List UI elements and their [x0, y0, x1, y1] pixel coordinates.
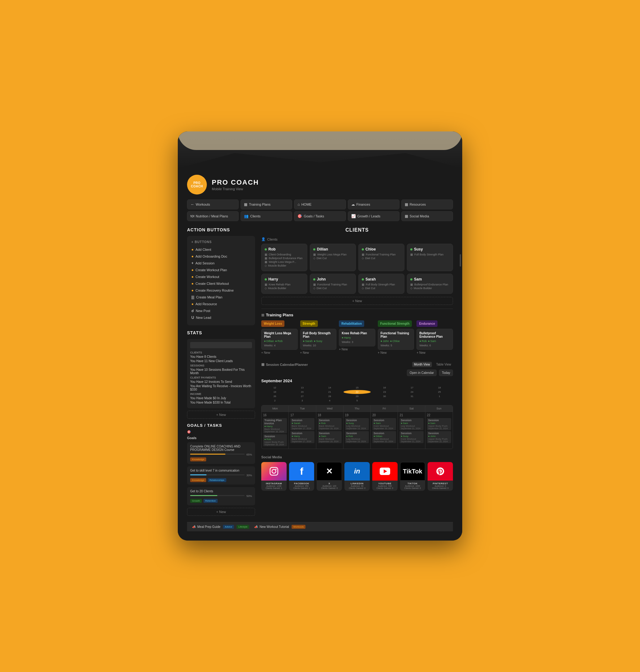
cal-event[interactable]: Session ● Susy Core Workout September 21…: [399, 431, 423, 443]
client-card-chloe[interactable]: Chloe ▦Functional Training Plan ◇Diet Cu…: [358, 244, 404, 271]
cal-event[interactable]: Session ● Sam Upper Body Push September …: [427, 418, 451, 430]
notif-icon-1: 📣: [192, 525, 196, 529]
cal-event[interactable]: Session ● Sarah Back Workout September 1…: [290, 418, 314, 430]
workouts-icon: ↔: [190, 202, 194, 206]
goal-item-1: Complete ONLINE COACHING AND PROGRAMME D…: [187, 442, 255, 464]
stats-add-new[interactable]: + New: [187, 411, 255, 419]
goals-add-new[interactable]: + New: [187, 508, 255, 516]
action-create-meal-plan[interactable]: ||| Create Meal Plan: [191, 294, 251, 301]
social-x[interactable]: ✕ X Audience: 120 Clients Gained: 0: [317, 462, 342, 491]
create-plan-icon: ●: [191, 268, 193, 272]
tp-card-functional[interactable]: Functional Training Plan ● John ● Chloe …: [378, 329, 414, 350]
cal-event[interactable]: Session ● Rob Back Workout September 18,…: [318, 418, 341, 430]
client-card-sarah[interactable]: Sarah ▦Full Body Strength Plan ◇Diet Cut: [358, 274, 404, 294]
goal-tag-retention: Retention: [203, 499, 218, 503]
linkedin-audience: Audience: 90: [346, 485, 368, 487]
nav-workouts[interactable]: ↔ Workouts: [187, 199, 239, 209]
nav-clients[interactable]: 👥 Clients: [241, 211, 292, 221]
nav-growth[interactable]: 📈 Growth / Leads: [348, 211, 399, 221]
social-youtube[interactable]: YOUTUBE Audience: 530 Clients Gained: 0: [372, 462, 397, 491]
tp-add-new-4[interactable]: + New: [417, 350, 453, 356]
training-plans-title: Training Plans: [266, 313, 293, 317]
cal-event[interactable]: Session ● Dillian Core Workout September…: [372, 431, 396, 443]
cal-cell-17: 17 Session ● Sarah Back Workout Septembe…: [289, 412, 316, 449]
client-card-susy[interactable]: Susy ▦Full Body Strength Plan: [407, 244, 453, 271]
goal-text-3: Get to 20 Clients: [190, 489, 252, 493]
facebook-icon: f: [289, 462, 315, 481]
social-linkedin[interactable]: in LINKEDIN Audience: 90 Clients Gained:…: [345, 462, 370, 491]
tiktok-icon: TikTok: [400, 462, 425, 481]
action-create-workout-plan[interactable]: ● Create Workout Plan: [191, 267, 251, 273]
x-audience: Audience: 120: [318, 485, 340, 487]
plus-icon: +: [191, 240, 193, 244]
social-tiktok[interactable]: TikTok TIKTOK Audience: 1000 Clients Gai…: [400, 462, 425, 491]
client-card-rob[interactable]: Rob ▦Client Onboarding ▦Bulletproof Endu…: [261, 244, 307, 271]
nav-goals[interactable]: 🎯 Goals / Tasks: [294, 211, 346, 221]
tp-add-new-3[interactable]: + New: [378, 350, 414, 356]
action-create-workout[interactable]: ● Create Workout: [191, 273, 251, 280]
cal-event[interactable]: Session ● John Upper Body Push September…: [427, 431, 451, 443]
clients-add-new[interactable]: + New: [261, 297, 453, 305]
mini-date-today: 22: [344, 390, 371, 394]
tp-add-new-1[interactable]: + New: [300, 350, 337, 356]
clients-icon: 👥: [244, 214, 249, 218]
today-btn[interactable]: Today: [439, 370, 453, 376]
tp-card-weight-loss[interactable]: Weight Loss Mega Plan ● Dillian ● Rob We…: [261, 329, 298, 350]
tp-card-strength[interactable]: Full Body Strength Plan ● Sarah ● Susy W…: [300, 329, 337, 350]
nav-finances[interactable]: ☁ Finances: [348, 199, 399, 209]
action-create-recovery[interactable]: ● Create Recovery Routine: [191, 287, 251, 294]
scrollbar[interactable]: [460, 254, 461, 267]
cal-cell-22: 22 Session ● Sam Upper Body Push Septemb…: [425, 412, 453, 449]
tp-card-title-1: Full Body Strength Plan: [303, 331, 334, 338]
stat-sessions-count: You Have 10 Sessions Booked For This Mon…: [190, 368, 252, 375]
action-add-onboarding[interactable]: ● Add Onboarding Doc: [191, 253, 251, 260]
social-facebook[interactable]: f FACEBOOK Audience: 350 Clients Gained:…: [289, 462, 315, 491]
calendar-days-header: Mon Tue Wed Thu Fri Sat Sun: [262, 405, 453, 412]
nav-training-plans[interactable]: ▦ Training Plans: [241, 199, 292, 209]
action-new-lead[interactable]: U New Lead: [191, 314, 251, 321]
action-create-client-workout[interactable]: ● Create Client Workout: [191, 280, 251, 287]
tp-card-title-2: Knee Rehab Plan: [341, 331, 373, 335]
cal-event[interactable]: Session ● Sam Leg Workout September 21, …: [399, 418, 423, 430]
two-col-layout: ACTION BUTTONS + BUTTONS ● Add Client ● …: [187, 227, 453, 516]
create-workout-icon: ●: [191, 275, 193, 279]
notif-meal-prep[interactable]: 📣 Meal Prep Guide Advice Lifestyle: [192, 525, 249, 529]
cal-event[interactable]: Session ● Harry Back Workout September 1…: [290, 431, 314, 443]
nav-nutrition[interactable]: 🍽 Nutrition / Meal Plans: [187, 211, 239, 221]
tp-add-new-2[interactable]: + New: [339, 346, 375, 352]
open-calendar-btn[interactable]: Open in Calendar: [407, 370, 437, 376]
client-card-john[interactable]: John ▦Functional Training Plan ◇Diet Cut: [310, 274, 356, 294]
client-card-sam[interactable]: Sam ▦Bulletproof Endurance Plan ◇Muscle …: [407, 274, 453, 294]
status-dot: [265, 248, 267, 251]
social-pinterest[interactable]: PINTEREST Audience: 0 Clients Gained: 0: [427, 462, 453, 491]
tp-add-new-0[interactable]: + New: [261, 350, 298, 356]
youtube-clients: Clients Gained: 0: [374, 487, 396, 489]
action-add-session[interactable]: + Add Session: [191, 260, 251, 267]
action-add-resource[interactable]: ● Add Resource: [191, 301, 251, 308]
goal-item-2: Get to skill level 7 in communication 30…: [187, 466, 255, 485]
device-frame: PROCOACH PRO COACH Mobile Training View …: [178, 131, 462, 541]
tp-card-rehab[interactable]: Knee Rehab Plan ● Harry Weeks: 3: [339, 329, 375, 346]
cal-event[interactable]: Session ● Susy Leg Workout September 19,…: [345, 418, 369, 430]
pinterest-name: PINTEREST: [429, 482, 451, 485]
nav-resources[interactable]: ▦ Resources: [401, 199, 453, 209]
instagram-audience: Audience: 1230: [263, 485, 285, 487]
action-new-post[interactable]: ☌ New Post: [191, 308, 251, 314]
cal-event[interactable]: Training Plan Invoice ● Harry Back Worko…: [263, 418, 287, 433]
nav-social[interactable]: ▦ Social Media: [401, 211, 453, 221]
tp-card-endurance[interactable]: Bulletproof Endurance Plan ● Rob ● Sam W…: [417, 329, 453, 350]
cal-event[interactable]: Session ● Sam Core Workout September 20,…: [372, 418, 396, 430]
action-add-client[interactable]: ● Add Client: [191, 246, 251, 253]
table-view-btn[interactable]: Table View: [434, 362, 453, 367]
client-card-dillian[interactable]: Dillian ▦Weight Loss Mega Plan ◇Diet Cut: [310, 244, 356, 271]
add-session-icon: +: [191, 261, 193, 265]
month-view-btn[interactable]: Month View: [412, 362, 432, 367]
cal-event[interactable]: Session ● Sam Back Workout September 18,…: [318, 431, 341, 443]
social-instagram[interactable]: INSTAGRAM Audience: 1230 Clients Gained:…: [261, 462, 287, 491]
notif-workout-tutorial[interactable]: 📣 New Workout Tutorial Workouts: [254, 525, 305, 529]
cal-event[interactable]: Session ● Rob Upper Body Push September …: [263, 434, 287, 446]
nav-home[interactable]: ⌂ HOME: [294, 199, 346, 209]
mini-date: 31: [398, 394, 426, 398]
cal-event[interactable]: Session ● Rob Leg Workout September 19, …: [345, 431, 369, 443]
client-card-harry[interactable]: Harry ▦Knee Rehab Plan ◇Muscle Builder: [261, 274, 307, 294]
